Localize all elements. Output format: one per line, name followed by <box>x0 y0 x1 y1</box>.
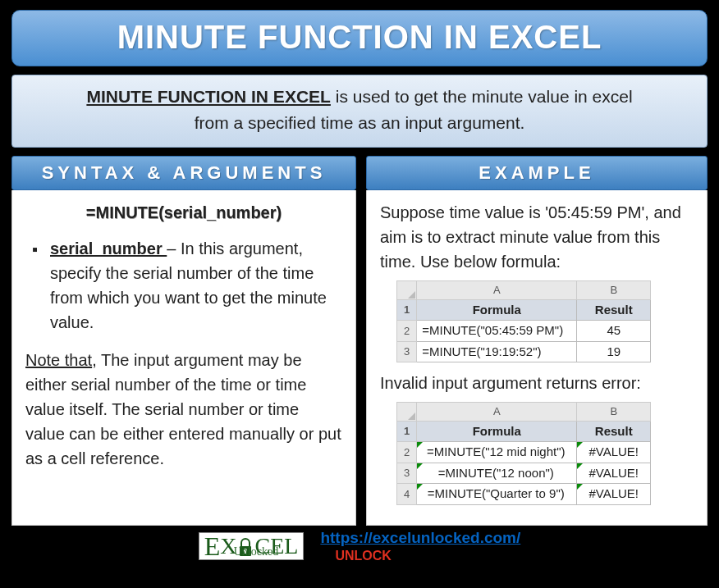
row-number: 1 <box>397 421 417 442</box>
syntax-header: SYNTAX & ARGUMENTS <box>11 156 356 190</box>
table-row: 4 =MINUTE("Quarter to 9") #VALUE! <box>397 484 651 505</box>
formula-cell: =MINUTE("12 mid night") <box>417 442 577 463</box>
argument-list: serial_number – In this argument, specif… <box>25 236 342 335</box>
argument-item: serial_number – In this argument, specif… <box>32 236 342 335</box>
syntax-formula: =MINUTE(serial_number) <box>25 200 342 225</box>
columns-wrapper: SYNTAX & ARGUMENTS =MINUTE(serial_number… <box>11 156 708 526</box>
footer-url-link[interactable]: https://excelunlocked.com/ <box>320 529 520 546</box>
table-row: 2 =MINUTE("12 mid night") #VALUE! <box>397 442 651 463</box>
header-result: Result <box>577 421 651 442</box>
formula-cell: =MINUTE("19:19:52") <box>417 341 577 362</box>
column-header-b: B <box>577 281 651 300</box>
note-label: Note that <box>25 351 92 369</box>
description-line2: from a specified time as an input argume… <box>195 113 525 132</box>
footer-links: https://excelunlocked.com/ UNLOCK <box>320 529 520 563</box>
syntax-column: SYNTAX & ARGUMENTS =MINUTE(serial_number… <box>11 156 356 526</box>
example-table-invalid: A B 1 Formula Result 2 =MINUTE("12 mid n… <box>396 402 651 505</box>
column-header-a: A <box>417 403 577 422</box>
document-card: MINUTE FUNCTION IN EXCEL MINUTE FUNCTION… <box>0 0 719 588</box>
invalid-intro: Invalid input argument returns error: <box>380 371 694 395</box>
example-column: EXAMPLE Suppose time value is '05:45:59 … <box>366 156 708 526</box>
column-header-a: A <box>417 281 577 300</box>
select-all-corner <box>397 403 417 422</box>
title-banner: MINUTE FUNCTION IN EXCEL <box>11 10 708 66</box>
note-paragraph: Note that, The input argument may be eit… <box>25 348 342 471</box>
header-result: Result <box>577 299 651 321</box>
formula-cell: =MINUTE("05:45:59 PM") <box>417 321 577 342</box>
table-row: 3 =MINUTE("12 noon") #VALUE! <box>397 463 651 484</box>
footer: EXCEL Unlocked https://excelunlocked.com… <box>11 529 708 563</box>
table-row: 3 =MINUTE("19:19:52") 19 <box>397 341 651 362</box>
description-strong: MINUTE FUNCTION IN EXCEL <box>86 87 331 106</box>
excelunlocked-logo: EXCEL Unlocked <box>199 532 305 560</box>
result-cell: 19 <box>577 341 651 362</box>
description-line1: is used to get the minute value in excel <box>331 87 633 106</box>
result-cell: #VALUE! <box>577 442 651 463</box>
table-row: 1 Formula Result <box>397 421 651 442</box>
row-number: 2 <box>397 321 417 342</box>
argument-name: serial_number <box>50 239 167 258</box>
table-row: A B <box>397 403 651 422</box>
result-cell: #VALUE! <box>577 484 651 505</box>
select-all-corner <box>397 281 417 300</box>
result-cell: 45 <box>577 321 651 342</box>
table-row: 1 Formula Result <box>397 299 651 321</box>
row-number: 4 <box>397 484 417 505</box>
description-banner: MINUTE FUNCTION IN EXCEL is used to get … <box>11 75 708 148</box>
row-number: 3 <box>397 463 417 484</box>
page-title: MINUTE FUNCTION IN EXCEL <box>117 19 602 55</box>
row-number: 1 <box>397 299 417 321</box>
row-number: 3 <box>397 341 417 362</box>
syntax-body: =MINUTE(serial_number) serial_number – I… <box>11 190 356 526</box>
table-row: 2 =MINUTE("05:45:59 PM") 45 <box>397 321 651 342</box>
row-number: 2 <box>397 442 417 463</box>
logo-letter-e: E <box>204 533 221 559</box>
logo-subtext: Unlocked <box>234 546 278 558</box>
column-header-b: B <box>577 403 651 422</box>
header-formula: Formula <box>417 299 577 321</box>
header-formula: Formula <box>417 421 577 442</box>
example-table-valid: A B 1 Formula Result 2 =MINUTE("05:45:59… <box>396 280 651 362</box>
example-body: Suppose time value is '05:45:59 PM', and… <box>366 190 708 526</box>
formula-cell: =MINUTE("12 noon") <box>417 463 577 484</box>
footer-tag: UNLOCK <box>335 549 520 563</box>
example-header: EXAMPLE <box>366 156 708 190</box>
example-intro: Suppose time value is '05:45:59 PM', and… <box>380 200 694 274</box>
table-row: A B <box>397 281 651 300</box>
formula-cell: =MINUTE("Quarter to 9") <box>417 484 577 505</box>
result-cell: #VALUE! <box>577 463 651 484</box>
